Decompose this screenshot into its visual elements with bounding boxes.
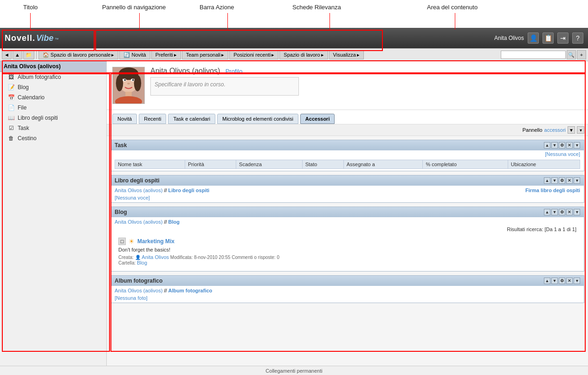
entry-modified: Modificata: 8-nov-2010 20:55	[170, 255, 231, 260]
widget-album-body: Anita Olivos (aolivos) // Album fotograf…	[111, 286, 584, 303]
search-options-button[interactable]: +	[577, 50, 586, 59]
widget-libro-up-icon[interactable]: ▲	[544, 177, 550, 184]
bottom-label: Collegamenti permanenti	[265, 368, 322, 374]
tab-recenti[interactable]: Recenti	[139, 114, 166, 124]
tab-microblog[interactable]: Microblog ed elementi condivisi	[217, 114, 298, 124]
upload-button[interactable]: ▲	[13, 50, 22, 59]
widget-album-header: Album fotografico ▲ ▼ ⚙ ✕ ▾	[111, 276, 584, 286]
profile-name-line: Anita Olivos (aolivos) Profilo	[150, 67, 582, 75]
entry-desc: Don't forget the basics!	[118, 247, 576, 252]
sidebar-item-album-label: Album fotografico	[18, 74, 61, 80]
libro-breadcrumb-libro[interactable]: Libro degli ospiti	[168, 188, 210, 193]
sidebar-item-file[interactable]: 📄 File	[0, 103, 106, 113]
album-breadcrumb-anita[interactable]: Anita Olivos (aolivos)	[115, 288, 162, 293]
folder-button[interactable]: 📁	[23, 50, 34, 59]
search-input[interactable]	[501, 51, 566, 59]
logo: Novell. Vibe ™	[5, 33, 58, 43]
tab-visualizza-label: Visualizza	[333, 52, 356, 58]
widget-album-controls: ▲ ▼ ⚙ ✕ ▾	[544, 278, 580, 284]
widget-album-up-icon[interactable]: ▲	[544, 278, 550, 284]
album-breadcrumb-album[interactable]: Album fotografico	[168, 288, 213, 293]
widget-task-body: Nome task Priorità Scadenza Stato Assegn…	[111, 158, 584, 171]
sidebar-item-calendario[interactable]: 📅 Calendario	[0, 92, 106, 103]
firma-libro-link[interactable]: Firma libro degli ospiti	[525, 188, 580, 193]
blog-breadcrumb-sep: //	[164, 219, 168, 225]
widget-task-up-icon[interactable]: ▲	[544, 142, 550, 149]
widget-blog-down-icon[interactable]: ▼	[551, 209, 558, 215]
tab-posizioni[interactable]: Posizioni recenti ▸	[229, 50, 278, 59]
widget-blog-close-icon[interactable]: ✕	[566, 209, 573, 215]
svg-point-11	[127, 83, 130, 84]
sidebar-item-cestino[interactable]: 🗑 Cestino	[0, 133, 106, 143]
entry-folder-link[interactable]: Blog	[137, 260, 147, 265]
annotation-barra: Barra Azione	[200, 4, 234, 11]
back-button[interactable]: ◄	[2, 50, 12, 59]
sidebar-header: Anita Olivos (aolivos)	[0, 61, 106, 72]
sidebar-item-task[interactable]: ☑ Task	[0, 123, 106, 133]
sidebar-item-libro-label: Libro degli ospiti	[18, 115, 58, 121]
clipboard-icon[interactable]: 📋	[543, 32, 554, 44]
widget-blog-up-icon[interactable]: ▲	[544, 209, 550, 215]
widget-album-down-icon[interactable]: ▼	[551, 278, 558, 284]
tab-novita[interactable]: Novità	[112, 114, 137, 124]
search-button[interactable]: 🔍	[567, 50, 576, 59]
tabs-bar: Novità Recenti Task e calendari Microblo…	[107, 110, 588, 124]
blog-breadcrumb-anita[interactable]: Anita Olivos (aolivos)	[115, 219, 162, 225]
login-icon[interactable]: ⇥	[557, 32, 569, 44]
widget-album-gear-icon[interactable]: ⚙	[559, 278, 565, 284]
tab-accessori[interactable]: Accessori	[300, 114, 335, 124]
tab-spazio[interactable]: Spazio di lavoro ▸	[279, 50, 328, 59]
tab-visualizza[interactable]: Visualizza ▸	[329, 50, 364, 59]
calendar-icon: 📅	[7, 94, 15, 101]
widget-task-gear-icon[interactable]: ⚙	[559, 142, 565, 149]
widget-libro-close-icon[interactable]: ✕	[566, 177, 573, 184]
tab-preferiti[interactable]: Preferiti ▸	[151, 50, 181, 59]
pannello-label: Pannello	[523, 127, 543, 133]
widget-blog-collapse-icon[interactable]: ▾	[574, 209, 580, 215]
profile-link[interactable]: Profilo	[226, 68, 243, 75]
help-icon[interactable]: ?	[572, 32, 583, 44]
widget-libro-collapse-icon[interactable]: ▾	[574, 177, 580, 184]
widget-libro-down-icon[interactable]: ▼	[551, 177, 558, 184]
sidebar-item-libro[interactable]: 📖 Libro degli ospiti	[0, 113, 106, 123]
entry-title-link[interactable]: Marketing Mix	[137, 238, 174, 245]
libro-breadcrumb-anita[interactable]: Anita Olivos (aolivos)	[115, 188, 162, 193]
file-icon: 📄	[7, 104, 15, 111]
avatar	[112, 67, 145, 104]
widget-libro-title: Libro degli ospiti	[115, 177, 160, 184]
tab-spazio-personale[interactable]: 🏠 Spazio di lavoro personale ▸	[39, 50, 119, 59]
tab-team[interactable]: Team personali ▸	[182, 50, 229, 59]
widget-album-title: Album fotografico	[115, 278, 162, 284]
widget-libro-header: Libro degli ospiti ▲ ▼ ⚙ ✕ ▾	[111, 175, 584, 186]
sidebar-item-album[interactable]: 🖼 Album fotografico	[0, 72, 106, 82]
blog-breadcrumb-blog[interactable]: Blog	[168, 219, 180, 225]
search-area: 🔍 +	[501, 50, 586, 59]
sidebar-item-blog[interactable]: 📝 Blog	[0, 82, 106, 92]
widget-album-close-icon[interactable]: ✕	[566, 278, 573, 284]
widget-blog-gear-icon[interactable]: ⚙	[559, 209, 565, 215]
widget-task-down-icon[interactable]: ▼	[551, 142, 558, 149]
blog-entry-header: □ ☀ Marketing Mix	[118, 238, 576, 245]
tab-posizioni-label: Posizioni recenti	[233, 52, 271, 58]
pannello-arrow-down-icon[interactable]: ▼	[568, 126, 575, 134]
entry-checkbox-icon[interactable]: □	[118, 238, 126, 245]
entry-author-link[interactable]: Anita Olivos	[142, 254, 169, 260]
pannello-link[interactable]: accessori	[544, 127, 566, 133]
widget-task-collapse-icon[interactable]: ▾	[574, 142, 580, 149]
tab-task-calendari[interactable]: Task e calendari	[168, 114, 215, 124]
logo-vibe: Vibe	[36, 33, 53, 43]
widget-album-collapse-icon[interactable]: ▾	[574, 278, 580, 284]
task-col-ubicazione: Ubicazione	[508, 160, 580, 169]
tab-novita[interactable]: 🔄 Novità	[119, 50, 150, 59]
widget-task-close-icon[interactable]: ✕	[566, 142, 573, 149]
widget-task-nessuna: [Nessuna voce]	[111, 150, 584, 158]
widget-libro-gear-icon[interactable]: ⚙	[559, 177, 565, 184]
person-icon[interactable]: 👤	[528, 32, 539, 44]
header-right: Anita Olivos 👤 📋 ⇥ ?	[494, 32, 583, 44]
pannello-collapse-icon[interactable]: ▾	[577, 126, 584, 134]
annotation-pannello: Pannello di navigazione	[102, 4, 166, 11]
profile-section: Anita Olivos (aolivos) Profilo Specifica…	[107, 61, 588, 110]
task-table: Nome task Priorità Scadenza Stato Assegn…	[115, 160, 580, 169]
task-col-completato: % completato	[423, 160, 508, 169]
entry-folder-meta: Cartella: Blog	[118, 260, 576, 265]
